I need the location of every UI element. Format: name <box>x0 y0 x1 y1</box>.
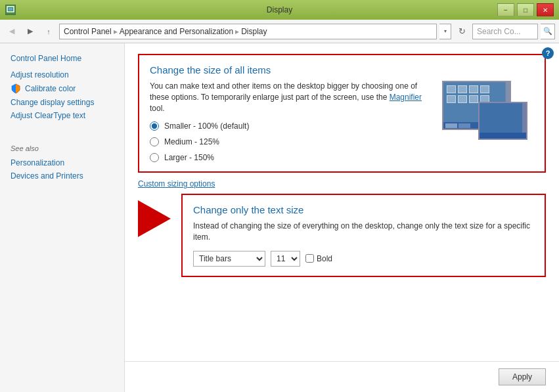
change-size-desc: You can make text and other items on the… <box>150 81 432 114</box>
sidebar-item-adjust-resolution[interactable]: Adjust resolution <box>0 68 124 81</box>
size-section-inner: You can make text and other items on the… <box>150 81 534 162</box>
arrow-section: Change only the text size Instead of cha… <box>138 194 546 284</box>
window-controls: − □ ✕ <box>497 3 554 16</box>
search-placeholder: Search Co... <box>477 27 521 36</box>
apply-section: Apply <box>125 361 559 392</box>
see-also-section: See also Personalization Devices and Pri… <box>0 135 124 183</box>
text-size-dropdown[interactable]: 8 9 10 11 12 14 16 18 <box>271 251 300 267</box>
monitor-icon-cell <box>458 85 467 93</box>
sidebar-item-calibrate-color[interactable]: Calibrate color <box>0 81 124 96</box>
up-button[interactable]: ↑ <box>41 24 56 39</box>
path-separator-2: ▸ <box>235 27 239 36</box>
monitor-small <box>478 102 527 140</box>
address-bar: ◀ ▶ ↑ Control Panel ▸ Appearance and Per… <box>0 20 559 43</box>
bold-label[interactable]: Bold <box>305 254 332 263</box>
change-text-size-section: Change only the text size Instead of cha… <box>181 194 546 277</box>
radio-medium-input[interactable] <box>150 137 159 146</box>
size-radio-group: Smaller - 100% (default) Medium - 125% L… <box>150 121 432 162</box>
sidebar-item-personalization[interactable]: Personalization <box>0 156 124 169</box>
monitor-small-taskbar <box>480 133 526 139</box>
monitor-icon-cell <box>447 85 456 93</box>
monitor-icon-cell <box>458 95 467 103</box>
title-bar: Display − □ ✕ <box>0 0 559 20</box>
minimize-button[interactable]: − <box>497 3 514 16</box>
forward-button[interactable]: ▶ <box>22 24 38 39</box>
breadcrumb-appearance[interactable]: Appearance and Personalization <box>120 27 233 36</box>
shield-icon <box>11 83 21 94</box>
monitor-icon-cell <box>469 85 478 93</box>
change-text-size-desc: Instead of changing the size of everythi… <box>193 221 534 243</box>
restore-button[interactable]: □ <box>517 3 534 16</box>
radio-smaller-input[interactable] <box>150 121 159 131</box>
display-preview <box>442 81 527 140</box>
main-container: Control Panel Home Adjust resolution Cal… <box>0 43 559 392</box>
window-icon <box>5 5 16 15</box>
display-preview-container <box>442 81 534 162</box>
text-size-controls: Title bars Menus Message boxes Palette t… <box>193 251 534 267</box>
content-wrapper: Change the size of all items You can mak… <box>125 43 559 392</box>
path-separator-1: ▸ <box>114 27 118 36</box>
breadcrumb-display[interactable]: Display <box>241 27 267 36</box>
sidebar-item-devices-printers[interactable]: Devices and Printers <box>0 169 124 183</box>
refresh-button[interactable]: ↻ <box>454 24 470 39</box>
radio-medium[interactable]: Medium - 125% <box>150 137 432 146</box>
window-title: Display <box>0 5 559 14</box>
change-text-size-title: Change only the text size <box>193 204 534 215</box>
breadcrumb-control-panel[interactable]: Control Panel <box>64 27 112 36</box>
title-bar-left <box>5 5 16 15</box>
radio-larger-input[interactable] <box>150 153 159 162</box>
monitor-icon-cell <box>447 95 456 103</box>
radio-smaller[interactable]: Smaller - 100% (default) <box>150 121 432 131</box>
sidebar: Control Panel Home Adjust resolution Cal… <box>0 43 125 392</box>
content-scroll: Change the size of all items You can mak… <box>125 43 559 361</box>
address-dropdown[interactable]: ▾ <box>439 24 451 39</box>
sidebar-home-link[interactable]: Control Panel Home <box>0 51 124 68</box>
bold-checkbox[interactable] <box>305 254 314 263</box>
back-button[interactable]: ◀ <box>4 24 20 39</box>
text-item-dropdown[interactable]: Title bars Menus Message boxes Palette t… <box>193 251 265 267</box>
apply-button[interactable]: Apply <box>499 368 546 385</box>
search-box: Search Co... <box>472 24 538 39</box>
help-button[interactable]: ? <box>542 47 554 59</box>
sidebar-item-adjust-cleartype[interactable]: Adjust ClearType text <box>0 109 124 122</box>
svg-rect-1 <box>9 8 12 11</box>
magnifier-link[interactable]: Magnifier <box>390 93 422 102</box>
see-also-label: See also <box>0 142 124 156</box>
radio-larger[interactable]: Larger - 150% <box>150 153 432 162</box>
taskbar-item <box>458 123 470 128</box>
taskbar-item <box>445 123 457 128</box>
close-button[interactable]: ✕ <box>537 3 554 16</box>
change-size-section: Change the size of all items You can mak… <box>138 54 546 173</box>
monitor-small-scrollbar <box>522 103 526 133</box>
red-arrow-container <box>138 200 171 237</box>
sidebar-item-change-display-settings[interactable]: Change display settings <box>0 96 124 109</box>
custom-sizing-link[interactable]: Custom sizing options <box>138 179 546 188</box>
search-button[interactable]: 🔍 <box>541 24 555 39</box>
address-path: Control Panel ▸ Appearance and Personali… <box>59 24 437 39</box>
monitor-icon-cell <box>480 85 489 93</box>
size-section-left: You can make text and other items on the… <box>150 81 432 162</box>
monitor-icon-cell <box>469 95 478 103</box>
red-arrow-icon <box>138 200 171 237</box>
change-size-title: Change the size of all items <box>150 64 534 76</box>
